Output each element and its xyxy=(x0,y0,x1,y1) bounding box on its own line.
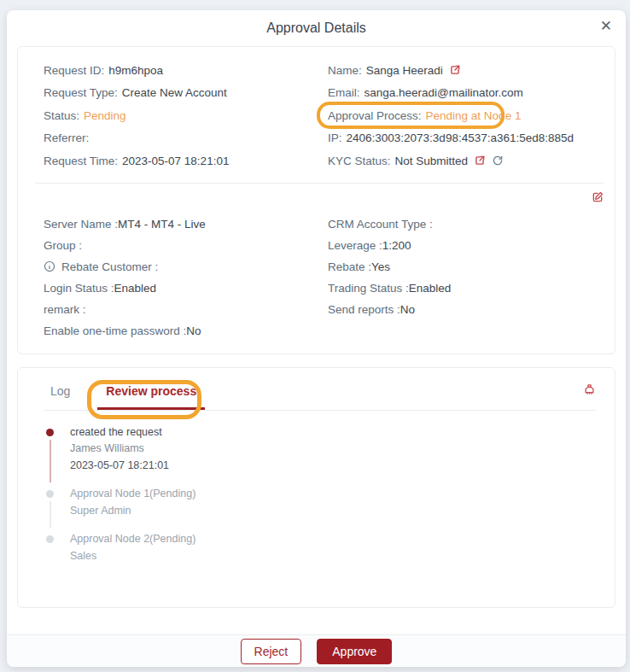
field-login-status: Login Status : Enabled xyxy=(44,278,328,299)
tab-log[interactable]: Log xyxy=(50,384,70,398)
timeline-dot xyxy=(46,429,54,436)
timeline-dot xyxy=(46,535,54,543)
field-email: Email: sanga.heeradi@mailinator.com xyxy=(328,82,604,105)
timeline-item-created: created the request James Williams 2023-… xyxy=(44,424,604,487)
field-send-reports: Send reports : No xyxy=(328,299,604,320)
field-name: Name: Sanga Heeradi xyxy=(328,59,604,82)
review-timeline: created the request James Williams 2023-… xyxy=(44,424,604,565)
log-card: Log Review process created the request J… xyxy=(17,367,615,609)
status-badge: Pending xyxy=(84,109,126,122)
field-one-time-password: Enable one-time password : No xyxy=(44,320,328,342)
field-server-name: Server Name : MT4 - MT4 - Live xyxy=(44,213,328,235)
timeline-title: Approval Node 2(Pending) xyxy=(70,531,604,548)
timeline-title: created the request xyxy=(70,424,604,441)
field-status: Status: Pending xyxy=(44,104,328,127)
timeline-title: Approval Node 1(Pending) xyxy=(70,486,604,503)
field-group: Group : xyxy=(44,235,328,256)
timeline-tail xyxy=(50,501,51,528)
brush-clear-icon[interactable] xyxy=(583,383,596,399)
modal-title: Approval Details xyxy=(266,20,366,36)
section-divider xyxy=(35,183,604,184)
approve-button[interactable]: Approve xyxy=(317,639,392,664)
account-info-right-column: CRM Account Type : Leverage : 1:200 Reba… xyxy=(328,213,604,342)
account-info-grid: Server Name : MT4 - MT4 - Live Group : xyxy=(44,213,604,342)
account-info-left-column: Server Name : MT4 - MT4 - Live Group : xyxy=(44,213,328,342)
timeline-tail xyxy=(50,440,51,483)
timeline-item-node-2: Approval Node 2(Pending) Sales xyxy=(44,531,604,564)
info-circle-icon xyxy=(44,260,55,272)
field-request-type: Request Type: Create New Account xyxy=(44,82,328,105)
approval-details-modal: Approval Details ✕ Request ID: h9m6hpoa … xyxy=(7,10,626,667)
external-link-icon[interactable] xyxy=(449,64,461,76)
field-request-id: Request ID: h9m6hpoa xyxy=(44,59,328,82)
field-leverage: Leverage : 1:200 xyxy=(328,235,604,256)
reject-button[interactable]: Reject xyxy=(241,639,302,664)
timeline-item-node-1: Approval Node 1(Pending) Super Admin xyxy=(44,486,604,531)
approval-process-value: Pending at Node 1 xyxy=(426,109,522,122)
field-referrer: Referrer: xyxy=(44,127,328,150)
timeline-time: 2023-05-07 18:21:01 xyxy=(70,458,604,475)
field-request-time: Request Time: 2023-05-07 18:21:01 xyxy=(44,149,328,172)
field-crm-account-type: CRM Account Type : xyxy=(328,213,604,235)
request-info-right-column: Name: Sanga Heeradi Email: sanga.heeradi… xyxy=(328,59,604,172)
external-link-icon[interactable] xyxy=(474,155,486,167)
tab-review-process[interactable]: Review process xyxy=(106,384,196,398)
field-rebate-customer: Rebate Customer : xyxy=(44,256,328,278)
edit-row xyxy=(44,190,604,207)
field-ip: IP: 2406:3003:2073:3d98:4537:a361:5ed8:8… xyxy=(328,127,604,150)
request-details-card: Request ID: h9m6hpoa Request Type: Creat… xyxy=(17,46,615,354)
field-kyc-status: KYC Status: Not Submitted xyxy=(328,149,604,172)
request-info-left-column: Request ID: h9m6hpoa Request Type: Creat… xyxy=(44,59,328,172)
close-icon[interactable]: ✕ xyxy=(600,19,612,33)
field-rebate: Rebate : Yes xyxy=(328,256,604,278)
timeline-actor: James Williams xyxy=(70,441,604,458)
field-approval-process: Approval Process: Pending at Node 1 xyxy=(328,104,604,127)
field-trading-status: Trading Status : Enabled xyxy=(328,278,604,299)
modal-header: Approval Details ✕ xyxy=(7,10,626,46)
timeline-actor: Sales xyxy=(70,548,604,565)
modal-footer: Reject Approve xyxy=(7,634,626,667)
tabs-bar: Log Review process xyxy=(44,383,596,411)
timeline-actor: Super Admin xyxy=(70,503,604,520)
field-remark: remark : xyxy=(44,299,328,320)
modal-body: Request ID: h9m6hpoa Request Type: Creat… xyxy=(7,46,626,634)
timeline-dot xyxy=(46,490,54,498)
request-info-grid: Request ID: h9m6hpoa Request Type: Creat… xyxy=(44,59,604,172)
edit-icon[interactable] xyxy=(591,190,604,207)
refresh-icon[interactable] xyxy=(492,155,504,167)
